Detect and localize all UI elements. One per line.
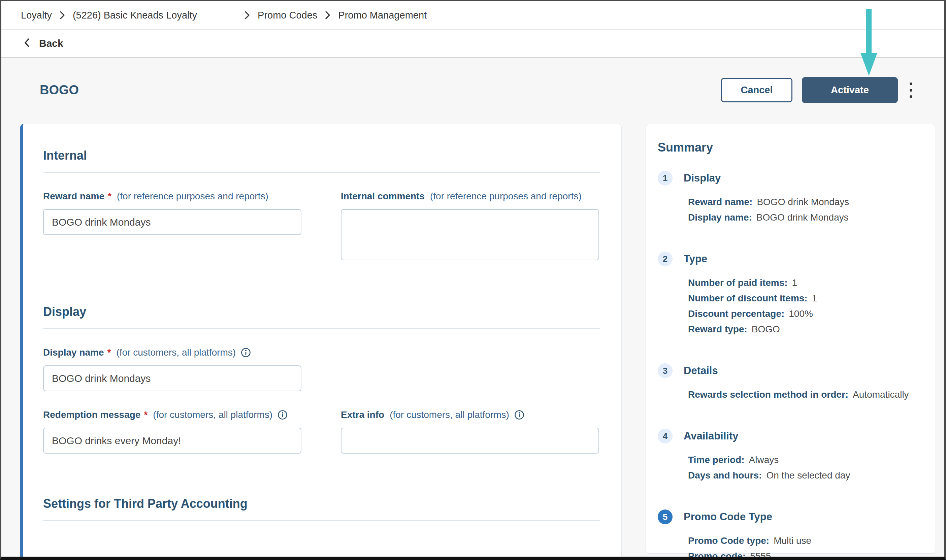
reward-name-label: Reward name [43, 191, 105, 202]
reward-name-field: Reward name * (for reference purposes an… [43, 191, 301, 262]
required-marker: * [144, 409, 148, 420]
breadcrumb: Loyalty (5226) Basic Kneads Loyalty Prom… [2, 1, 944, 30]
promo-form-card: Internal Reward name * (for reference pu… [20, 124, 622, 557]
section-divider [43, 172, 600, 173]
required-marker: * [108, 191, 111, 202]
summary-entry: Number of paid items:1 [688, 275, 921, 291]
internal-comments-label: Internal comments [341, 191, 425, 202]
summary-entry: Reward name:BOGO drink Mondays [688, 194, 921, 210]
internal-comments-hint: (for reference purposes and reports) [430, 191, 581, 202]
page-header: BOGO Cancel Activate [2, 58, 944, 103]
extra-info-hint: (for customers, all platforms) [390, 409, 509, 420]
cards-row: Internal Reward name * (for reference pu… [2, 103, 944, 557]
chevron-right-icon [325, 11, 331, 20]
reward-name-input[interactable] [43, 209, 301, 235]
summary-item-title: Promo Code Type [684, 511, 772, 523]
back-label: Back [39, 38, 63, 49]
display-name-input[interactable] [43, 365, 301, 391]
info-icon[interactable] [514, 409, 525, 420]
internal-comments-field: Internal comments (for reference purpose… [341, 191, 599, 262]
extra-info-field: Extra info (for customers, all platforms… [341, 409, 599, 454]
extra-info-input[interactable] [341, 428, 599, 454]
breadcrumb-item-promo-management: Promo Management [338, 10, 427, 21]
chevron-right-icon [59, 11, 65, 20]
redemption-message-hint: (for customers, all platforms) [153, 409, 272, 420]
chevron-right-icon [244, 11, 250, 20]
summary-item-display: 1 Display Reward name:BOGO drink Mondays… [658, 171, 921, 225]
summary-panel: Summary 1 Display Reward name:BOGO drink… [646, 124, 935, 554]
breadcrumb-item-promo-codes[interactable]: Promo Codes [258, 10, 317, 21]
summary-item-availability: 4 Availability Time period:Always Days a… [658, 429, 921, 483]
summary-entry: Promo Code type:Multi use [688, 533, 921, 549]
display-name-hint: (for customers, all platforms) [116, 347, 236, 358]
summary-entry: Number of discount items:1 [688, 291, 921, 306]
back-bar: Back [2, 30, 944, 58]
internal-comments-textarea[interactable] [341, 209, 599, 260]
section-heading-display: Display [43, 305, 600, 319]
kebab-menu-button[interactable] [903, 77, 919, 103]
redemption-message-label: Redemption message [43, 409, 140, 420]
redemption-message-field: Redemption message * (for customers, all… [43, 409, 301, 454]
display-name-label: Display name [43, 347, 104, 358]
breadcrumb-item-program[interactable]: (5226) Basic Kneads Loyalty [73, 10, 197, 21]
summary-entry: Time period:Always [688, 452, 921, 468]
required-marker: * [108, 347, 111, 358]
step-badge: 4 [658, 429, 672, 443]
content-area: BOGO Cancel Activate Internal Reward nam… [2, 58, 944, 557]
summary-item-type: 2 Type Number of paid items:1 Number of … [658, 252, 921, 337]
info-icon[interactable] [277, 409, 288, 420]
summary-item-title: Details [684, 365, 718, 377]
back-button[interactable]: Back [23, 37, 63, 49]
summary-entry: Rewards selection method in order:Automa… [688, 387, 921, 402]
step-badge-active: 5 [658, 509, 672, 524]
chevron-left-icon [23, 37, 30, 49]
activate-button[interactable]: Activate [802, 77, 898, 103]
page-title: BOGO [40, 83, 79, 97]
info-icon[interactable] [240, 347, 251, 358]
summary-entry: Discount percentage:100% [688, 306, 921, 322]
header-actions: Cancel Activate [721, 77, 919, 103]
section-divider [43, 328, 600, 329]
summary-item-title: Display [684, 172, 721, 184]
cancel-button[interactable]: Cancel [721, 78, 792, 102]
step-badge: 3 [658, 363, 672, 378]
summary-item-title: Availability [684, 430, 738, 442]
summary-entry: Days and hours:On the selected day [688, 468, 921, 483]
section-divider [43, 520, 600, 521]
redemption-message-input[interactable] [43, 428, 301, 454]
step-badge: 1 [658, 171, 672, 186]
summary-entry: Display name:BOGO drink Mondays [688, 210, 921, 225]
extra-info-label: Extra info [341, 409, 384, 420]
step-badge: 2 [658, 252, 672, 266]
summary-entry: Promo code:5555 [688, 549, 921, 557]
summary-heading: Summary [658, 140, 921, 155]
section-heading-third-party: Settings for Third Party Accounting [43, 497, 600, 511]
summary-item-promo-code-type: 5 Promo Code Type Promo Code type:Multi … [658, 509, 921, 557]
summary-item-title: Type [684, 253, 707, 265]
reward-name-hint: (for reference purposes and reports) [117, 191, 268, 202]
display-name-field: Display name * (for customers, all platf… [43, 347, 301, 391]
summary-entry: Reward type:BOGO [688, 322, 921, 337]
app-window: Loyalty (5226) Basic Kneads Loyalty Prom… [0, 0, 946, 560]
section-heading-internal: Internal [43, 149, 600, 163]
summary-item-details: 3 Details Rewards selection method in or… [658, 363, 921, 402]
breadcrumb-item-loyalty[interactable]: Loyalty [21, 10, 52, 21]
